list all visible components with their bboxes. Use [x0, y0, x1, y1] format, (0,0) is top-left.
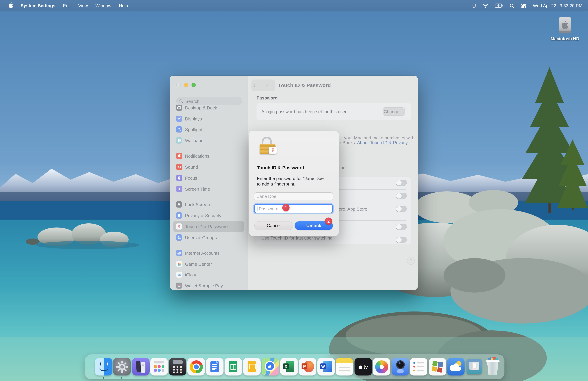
username-field[interactable]: Jane Doe: [254, 192, 333, 200]
password-card: A login password has been set for this u…: [256, 103, 411, 120]
sidebar-item-users-groups[interactable]: Users & Groups: [173, 232, 244, 243]
dock-minimized-window-thumbnail[interactable]: [467, 359, 482, 374]
dock-camera-app-icon[interactable]: [392, 358, 409, 376]
forward-button[interactable]: ›: [266, 81, 268, 89]
menu-date: Wed Apr 22: [533, 3, 556, 8]
dock-excel-icon[interactable]: X: [280, 358, 298, 376]
menu-bar-clock[interactable]: Wed Apr 22 3:33:20 PM: [533, 3, 583, 8]
dock-chrome-icon[interactable]: [188, 358, 205, 376]
menu-view[interactable]: View: [74, 3, 92, 8]
dock-notes-icon[interactable]: [336, 358, 353, 376]
dock-powerpoint-icon[interactable]: P: [299, 358, 316, 376]
sidebar-item-notifications[interactable]: Notifications: [173, 150, 244, 161]
control-center-icon[interactable]: [521, 3, 526, 8]
dock-apple-tv-icon[interactable]: tv: [355, 358, 372, 376]
sidebar-item-screen-time[interactable]: Screen Time: [173, 183, 244, 195]
dock-google-slides-icon[interactable]: [243, 358, 261, 376]
toggle-fast-user-switching[interactable]: [396, 237, 407, 243]
touch-id-password-dialog: Touch ID & Password Enter the password f…: [249, 131, 339, 236]
sidebar-item-focus[interactable]: Focus: [173, 172, 244, 183]
change-password-button[interactable]: Change…: [383, 107, 405, 116]
sidebar-search-field[interactable]: Search: [176, 97, 242, 105]
dock-google-sheets-icon[interactable]: [225, 358, 242, 376]
sidebar-item-game-center[interactable]: Game Center: [173, 258, 244, 269]
sidebar-item-displays[interactable]: Displays: [173, 113, 244, 124]
menu-help[interactable]: Help: [115, 3, 132, 8]
sidebar-item-icloud[interactable]: iCloud: [173, 269, 244, 280]
nav-divider: [263, 81, 263, 90]
sidebar-item-wallet[interactable]: Wallet & Apple Pay: [173, 280, 244, 290]
help-button[interactable]: ?: [407, 257, 415, 265]
apple-menu[interactable]: [5, 2, 17, 9]
internet-accounts-icon: @: [176, 250, 182, 256]
close-button[interactable]: [176, 83, 181, 87]
cancel-button[interactable]: Cancel: [254, 221, 293, 230]
toggle-itunes-app-store[interactable]: [396, 206, 407, 212]
padlock-fingerprint-icon: [259, 135, 278, 155]
dialog-message: Enter the password for “Jane Doe” to add…: [257, 176, 333, 187]
displays-icon: [176, 116, 182, 122]
menu-window[interactable]: Window: [92, 3, 115, 8]
back-button[interactable]: ‹: [253, 81, 256, 89]
game-center-icon: [176, 261, 182, 267]
sidebar-item-internet-accounts[interactable]: @ Internet Accounts: [173, 247, 244, 258]
annotation-badge-1: 1: [282, 204, 290, 211]
menu-edit[interactable]: Edit: [59, 3, 74, 8]
dock-office-suite-icon[interactable]: [429, 358, 446, 376]
fingerprint-label-fragment: print: [338, 165, 347, 170]
search-placeholder: Search: [185, 99, 199, 104]
sidebar-item-wallpaper[interactable]: Wallpaper: [173, 135, 244, 146]
dock-system-settings-icon[interactable]: [113, 358, 131, 376]
wifi-icon[interactable]: [483, 3, 488, 8]
sidebar-item-lock-screen[interactable]: Lock Screen: [173, 199, 244, 210]
dock-trash-icon[interactable]: [484, 358, 501, 376]
about-touch-id-privacy-link[interactable]: About Touch ID & Privacy...: [357, 140, 411, 145]
page-title: Touch ID & Password: [278, 82, 331, 88]
spotlight-icon: [176, 126, 182, 133]
minimize-button[interactable]: [184, 83, 188, 87]
sound-icon: [176, 164, 182, 170]
intro-text-fragment-line1: ck your Mac and make purchases with: [338, 135, 414, 140]
dock-maps-icon[interactable]: [262, 358, 279, 376]
wallpaper-icon: [176, 137, 182, 143]
dock-photos-icon[interactable]: [373, 358, 390, 376]
menu-time: 3:33:20 PM: [560, 3, 583, 8]
dock-launcher-app-icon[interactable]: [150, 358, 168, 376]
toggle-autofill[interactable]: [396, 224, 407, 230]
sidebar: Desktop & Dock Displays Spotlight Wallpa…: [170, 76, 248, 290]
dock-reminders-icon[interactable]: [410, 358, 427, 376]
desktop-dock-icon: [176, 105, 182, 111]
sidebar-item-touch-id-password[interactable]: Touch ID & Password: [173, 221, 244, 232]
focus-icon: [176, 175, 182, 181]
zoom-button[interactable]: [191, 83, 196, 87]
toggle-apple-pay[interactable]: [396, 193, 407, 199]
menu-app-name[interactable]: System Settings: [17, 3, 59, 8]
menu-bar: System Settings Edit View Window Help U: [0, 0, 588, 11]
fast-user-switching-label: Use Touch ID for fast user switching: [261, 235, 333, 241]
spotlight-search-icon[interactable]: [510, 3, 514, 8]
password-placeholder: Password: [259, 206, 278, 211]
u-app-icon[interactable]: U: [472, 3, 476, 8]
dock-weather-icon[interactable]: [447, 358, 464, 376]
finder-running-indicator: [103, 377, 104, 379]
dock-calculator-icon[interactable]: [169, 358, 186, 376]
volume-label: Macintosh HD: [544, 37, 586, 41]
dock-google-docs-icon[interactable]: [206, 358, 224, 376]
lock-screen-icon: [176, 201, 182, 207]
toggle-unlock-mac[interactable]: [396, 180, 407, 186]
dock: X P W tv: [85, 355, 504, 379]
search-icon: [179, 99, 183, 103]
dock-finder-icon[interactable]: [95, 358, 112, 376]
dock-remote-app-icon[interactable]: [132, 358, 149, 376]
icloud-icon: [176, 271, 182, 278]
sidebar-item-sound[interactable]: Sound: [173, 161, 244, 172]
sidebar-item-privacy-security[interactable]: Privacy & Security: [173, 210, 244, 221]
password-field[interactable]: Password: [254, 204, 333, 213]
sidebar-item-spotlight[interactable]: Spotlight: [173, 124, 244, 135]
users-groups-icon: [176, 234, 182, 241]
screen-time-icon: [176, 186, 182, 192]
dock-word-icon[interactable]: W: [317, 358, 335, 376]
battery-charging-icon[interactable]: [495, 3, 503, 8]
touch-id-icon: [176, 223, 182, 229]
password-section-header: Password: [256, 95, 278, 100]
